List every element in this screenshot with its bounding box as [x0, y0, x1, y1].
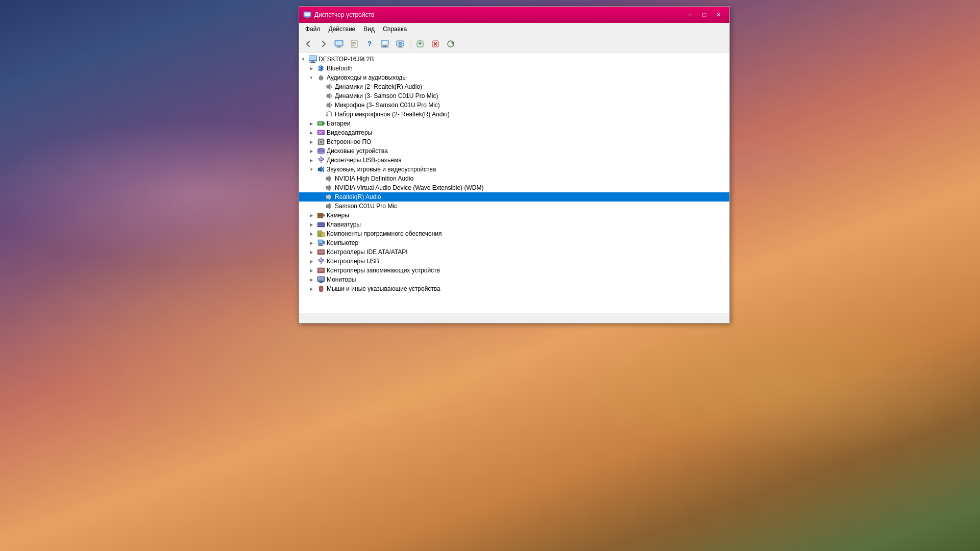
cameras-expand[interactable]: ▶ [307, 211, 315, 219]
audio-io-label: Аудиовходы и аудиовыходы [327, 74, 407, 81]
tree-item-nvidia-virt[interactable]: NVIDIA Virtual Audio Device (Wave Extens… [299, 183, 729, 192]
tree-item-monitors[interactable]: ▶ Мониторы [299, 275, 729, 284]
tree-item-sound[interactable]: ▼ Звуковые, игровые и видеоустройства [299, 165, 729, 174]
svg-rect-77 [318, 232, 321, 232]
tree-item-keyboard[interactable]: ▶ Клавиатуры [299, 220, 729, 229]
firmware-expand[interactable]: ▶ [307, 138, 315, 146]
monitors-expand[interactable]: ▶ [307, 276, 315, 284]
headset-icon [325, 110, 333, 118]
svg-rect-76 [321, 232, 325, 237]
tree-item-speaker2[interactable]: Динамики (3- Samson C01U Pro Mic) [299, 91, 729, 101]
tree-item-ide[interactable]: ▶ Контроллеры IDE ATA/ATAPI [299, 247, 729, 257]
svg-point-18 [400, 42, 401, 44]
computer-label: Компьютер [327, 239, 358, 246]
tree-item-audio-io[interactable]: ▼ Аудиовходы и аудиовыходы [299, 73, 729, 82]
tree-item-cameras[interactable]: ▶ Камеры [299, 211, 729, 220]
root-expand-icon[interactable]: ▼ [299, 55, 307, 63]
storage-expand[interactable]: ▶ [307, 266, 315, 274]
software-icon [317, 230, 325, 238]
usb2-expand[interactable]: ▶ [307, 257, 315, 265]
svg-point-54 [320, 149, 323, 151]
menu-file[interactable]: Файл [301, 24, 325, 34]
toolbar-monitor[interactable] [393, 37, 407, 51]
content-area: ▼ DESKTOP-16J9L2B ▶ [299, 53, 729, 313]
tree-item-headset[interactable]: Набор микрофонов (2- Realtek(R) Audio) [299, 110, 729, 119]
maximize-button[interactable]: □ [698, 9, 711, 20]
tree-item-samson[interactable]: Samson C01U Pro Mic [299, 202, 729, 211]
svg-marker-60 [326, 185, 330, 191]
tree-item-battery[interactable]: ▶ Батареи [299, 119, 729, 128]
sound-icon [317, 165, 325, 173]
ide-expand[interactable]: ▶ [307, 248, 315, 256]
bluetooth-expand[interactable]: ▶ [307, 64, 315, 72]
tree-root[interactable]: ▼ DESKTOP-16J9L2B [299, 55, 729, 64]
ide-label: Контроллеры IDE ATA/ATAPI [327, 248, 408, 256]
keyboard-expand[interactable]: ▶ [307, 220, 315, 229]
tree-item-bluetooth[interactable]: ▶ Bluetooth [299, 64, 729, 73]
svg-rect-78 [318, 233, 321, 233]
storage-label: Контроллеры запоминающих устройств [327, 267, 440, 274]
svg-marker-64 [323, 214, 325, 217]
tree-item-usb2[interactable]: ▶ Контроллеры USB [299, 257, 729, 266]
toolbar-properties[interactable] [347, 37, 361, 51]
monitors-label: Мониторы [327, 276, 356, 283]
toolbar-scan[interactable] [444, 37, 458, 51]
svg-rect-6 [337, 46, 340, 47]
svg-rect-80 [318, 240, 323, 243]
cameras-icon [317, 211, 325, 219]
toolbar-back[interactable] [301, 37, 315, 51]
audio-io-expand[interactable]: ▼ [307, 73, 315, 82]
video-label: Видеоадаптеры [327, 129, 372, 136]
usb-icon [317, 156, 325, 164]
svg-rect-97 [318, 283, 324, 283]
mice-expand[interactable]: ▶ [307, 285, 315, 293]
tree-item-disk[interactable]: ▶ Дисковые устройства [299, 146, 729, 156]
tree-item-firmware[interactable]: ▶ Встроенное ПО [299, 137, 729, 146]
menu-view[interactable]: Вид [359, 24, 379, 34]
svg-rect-13 [382, 41, 387, 44]
disk-label: Дисковые устройства [327, 147, 388, 155]
minimize-button[interactable]: − [683, 9, 697, 20]
software-expand[interactable]: ▶ [307, 230, 315, 238]
computer-expand[interactable]: ▶ [307, 239, 315, 247]
usb-expand[interactable]: ▶ [307, 156, 315, 164]
tree-item-mice[interactable]: ▶ Мыши и иные указывающие устройства [299, 284, 729, 293]
close-button[interactable]: ✕ [712, 9, 725, 20]
toolbar-remove[interactable] [428, 37, 443, 51]
toolbar-view2[interactable] [378, 37, 392, 51]
svg-rect-74 [323, 225, 324, 226]
tree-item-speaker1[interactable]: Динамики (2- Realtek(R) Audio) [299, 82, 729, 91]
toolbar-forward[interactable] [316, 37, 331, 51]
video-icon [317, 129, 325, 137]
toolbar-update[interactable] [413, 37, 427, 51]
menu-action[interactable]: Действие [325, 24, 360, 34]
tree-item-nvidia-hd[interactable]: NVIDIA High Definition Audio [299, 174, 729, 183]
svg-rect-28 [311, 61, 314, 62]
tree-item-usb-ctrl[interactable]: ▶ Диспетчеры USB-разъема [299, 156, 729, 165]
battery-expand[interactable]: ▶ [307, 119, 315, 128]
tree-item-video[interactable]: ▶ Видеоадаптеры [299, 128, 729, 137]
disk-expand[interactable]: ▶ [307, 147, 315, 155]
toolbar-help[interactable]: ? [362, 37, 377, 51]
tree-item-software[interactable]: ▶ Компоненты программного обеспечения [299, 229, 729, 238]
svg-point-87 [323, 251, 324, 252]
audio-io-icon [317, 73, 325, 82]
svg-rect-50 [321, 141, 322, 142]
video-expand[interactable]: ▶ [307, 129, 315, 137]
usb-ctrl-label: Диспетчеры USB-разъема [327, 157, 402, 164]
toolbar-overview[interactable] [332, 37, 346, 51]
speaker2-label: Динамики (3- Samson C01U Pro Mic) [335, 92, 438, 99]
tree-item-storage[interactable]: ▶ Контроллеры запоминающих устройств [299, 266, 729, 275]
usb2-label: Контроллеры USB [327, 258, 379, 265]
tree-item-computer[interactable]: ▶ Компьютер [299, 238, 729, 247]
svg-rect-33 [320, 76, 322, 77]
samson-icon [325, 202, 333, 210]
menubar: Файл Действие Вид Справка [299, 23, 729, 35]
tree-item-realtek[interactable]: Realtek(R) Audio [299, 192, 729, 202]
sound-expand[interactable]: ▼ [307, 165, 315, 173]
menu-help[interactable]: Справка [379, 24, 411, 34]
speaker1-label: Динамики (2- Realtek(R) Audio) [335, 83, 422, 90]
toolbar: ? [299, 35, 729, 53]
tree-item-mic1[interactable]: Микрофон (3- Samson C01U Pro Mic) [299, 101, 729, 110]
device-tree[interactable]: ▼ DESKTOP-16J9L2B ▶ [299, 53, 729, 313]
